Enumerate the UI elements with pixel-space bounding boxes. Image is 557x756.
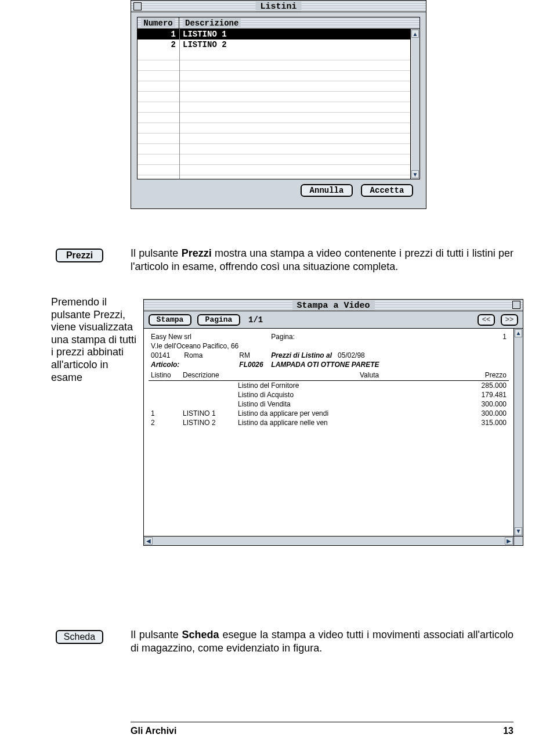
listini-table: Numero Descrizione 1 LISTINO 1 2 LISTINO… xyxy=(137,17,420,179)
annulla-button[interactable]: Annulla xyxy=(301,184,353,197)
side-caption: Premendo il pulsante Prezzi, viene visua… xyxy=(51,296,138,384)
vertical-scrollbar[interactable]: ▲ ▼ xyxy=(410,29,419,179)
report-date: 05/02/98 xyxy=(338,351,365,359)
scheda-button[interactable]: Scheda xyxy=(56,630,103,644)
report-row: 1 LISTINO 1 Listino da applicare per ven… xyxy=(149,409,509,418)
row-desc: LISTINO 1 xyxy=(179,30,410,39)
listini-title: Listini xyxy=(255,1,301,11)
report-articolo-desc: LAMPADA OTI OTTONE PARETE xyxy=(269,360,509,369)
collapse-icon[interactable] xyxy=(512,301,520,309)
listini-titlebar[interactable]: Listini xyxy=(131,1,426,12)
next-page-button[interactable]: >> xyxy=(501,314,518,326)
col-numero: Numero xyxy=(141,19,175,28)
horizontal-scrollbar[interactable]: ◀ ▶ xyxy=(144,536,523,545)
stampa-button[interactable]: Stampa xyxy=(149,314,191,326)
row-num: 2 xyxy=(138,40,179,49)
column-divider xyxy=(179,29,180,179)
th-prezzo: Prezzo xyxy=(410,370,509,381)
footer-rule xyxy=(131,722,513,722)
row-num: 1 xyxy=(138,30,179,39)
footer-title: Gli Archivi xyxy=(131,726,176,736)
report-row: Listino del Fornitore 285.000 xyxy=(149,381,509,391)
table-row[interactable]: 1 LISTINO 1 xyxy=(138,29,410,39)
col-descrizione: Descrizione xyxy=(183,19,241,28)
report-row: Listino di Acquisto 179.481 xyxy=(149,390,509,399)
scroll-up-icon[interactable]: ▲ xyxy=(411,30,419,38)
row-desc: LISTINO 2 xyxy=(179,40,410,49)
report-cap: 00141 xyxy=(149,351,182,360)
accetta-button[interactable]: Accetta xyxy=(361,184,413,197)
th-descrizione: Descrizione xyxy=(180,370,236,381)
listini-window: Listini Numero Descrizione 1 LISTINO 1 xyxy=(131,0,426,209)
scroll-down-icon[interactable]: ▼ xyxy=(411,170,419,178)
listini-header: Numero Descrizione xyxy=(138,17,419,29)
stampa-titlebar[interactable]: Stampa a Video xyxy=(144,300,523,311)
pagina-button[interactable]: Pagina xyxy=(197,314,240,326)
report-company: Easy New srl xyxy=(149,332,269,341)
resize-handle-icon[interactable] xyxy=(513,537,523,545)
table-row[interactable]: 2 LISTINO 2 xyxy=(138,39,410,50)
scroll-down-icon[interactable]: ▼ xyxy=(515,527,522,535)
close-icon[interactable] xyxy=(133,2,142,10)
report-content: Easy New srl Pagina: 1 V.le dell'Oceano … xyxy=(144,329,513,536)
report-articolo-code: FL0026 xyxy=(237,360,269,369)
th-valuta: Valuta xyxy=(357,370,410,381)
th-listino: Listino xyxy=(149,370,180,381)
stampa-video-window: Stampa a Video Stampa Pagina 1/1 << >> E… xyxy=(143,299,523,546)
report-pagina-val: 1 xyxy=(453,332,509,341)
report-prov: RM xyxy=(237,351,269,360)
report-pagina-label: Pagina: xyxy=(269,332,453,341)
scroll-up-icon[interactable]: ▲ xyxy=(515,329,522,337)
report-row: 2 LISTINO 2 Listino da applicare nelle v… xyxy=(149,418,509,427)
report-city: Roma xyxy=(182,351,237,360)
vertical-scrollbar[interactable]: ▲ ▼ xyxy=(513,329,523,536)
scroll-right-icon[interactable]: ▶ xyxy=(505,537,513,545)
text: Il pulsante xyxy=(131,247,182,259)
scroll-left-icon[interactable]: ◀ xyxy=(144,537,153,545)
text: Il pulsante xyxy=(131,629,182,640)
page-indicator: 1/1 xyxy=(248,315,263,325)
footer-page-number: 13 xyxy=(503,726,513,736)
prev-page-button[interactable]: << xyxy=(478,314,495,326)
report-address: V.le dell'Oceano Pacifico, 66 xyxy=(149,341,509,351)
prezzi-button[interactable]: Prezzi xyxy=(56,249,103,262)
prezzi-paragraph: Il pulsante Prezzi mostra una stampa a v… xyxy=(131,247,513,273)
scheda-paragraph: Il pulsante Scheda esegue la stampa a vi… xyxy=(131,628,513,654)
empty-rows xyxy=(138,50,410,175)
report-heading: Prezzi di Listino al xyxy=(271,351,332,359)
report-row: Listino di Vendita 300.000 xyxy=(149,399,509,409)
stampa-title: Stampa a Video xyxy=(292,300,374,310)
stampa-toolbar: Stampa Pagina 1/1 << >> xyxy=(144,311,523,329)
report-articolo-label: Articolo: xyxy=(149,360,182,369)
text-bold: Prezzi xyxy=(182,247,212,259)
page-footer: Gli Archivi 13 xyxy=(131,726,513,736)
text-bold: Scheda xyxy=(182,629,219,640)
